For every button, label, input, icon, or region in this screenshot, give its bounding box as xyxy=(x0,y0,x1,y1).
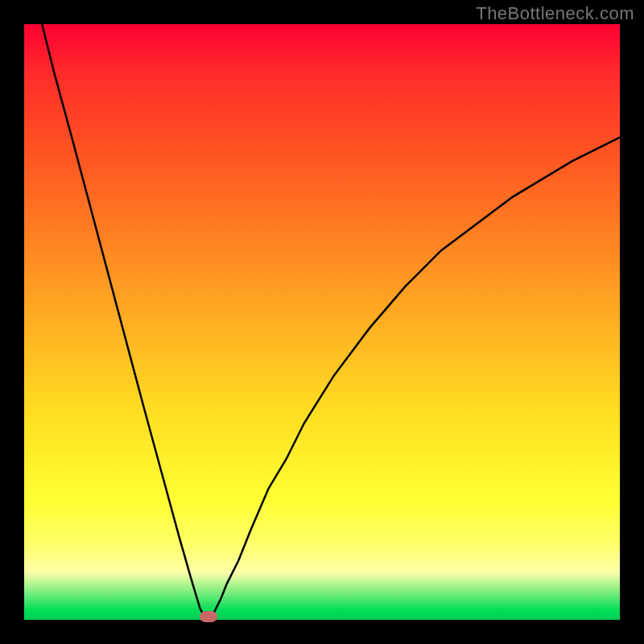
curve-svg xyxy=(24,24,620,620)
chart-container: TheBottleneck.com xyxy=(0,0,644,644)
left-branch-curve xyxy=(42,24,206,620)
watermark-text: TheBottleneck.com xyxy=(476,3,634,24)
minimum-marker xyxy=(200,611,217,622)
right-branch-curve xyxy=(212,138,620,620)
plot-area xyxy=(24,24,620,620)
